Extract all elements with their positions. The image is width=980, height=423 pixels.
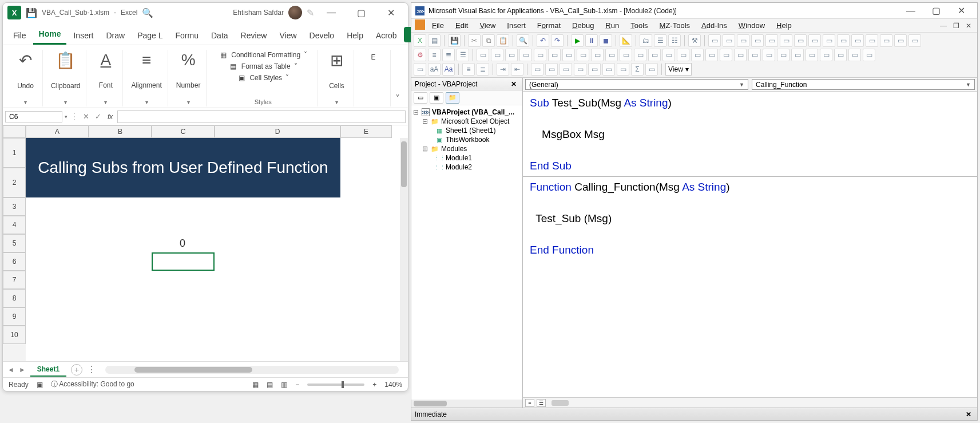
tab-insert[interactable]: Insert bbox=[68, 26, 99, 45]
format-as-table-button[interactable]: ▤Format as Table ˅ bbox=[229, 62, 297, 70]
merged-title-cell[interactable]: Calling Subs from User Defined Function bbox=[26, 138, 340, 197]
tb-mz-icon[interactable]: ▭ bbox=[863, 49, 875, 61]
project-explorer-close-button[interactable]: ✕ bbox=[509, 80, 519, 88]
tb-mz-icon[interactable]: ▭ bbox=[534, 49, 546, 61]
view-normal-icon[interactable]: ▦ bbox=[252, 381, 259, 389]
tb-generic-icon[interactable]: ▭ bbox=[751, 34, 764, 47]
add-sheet-button[interactable]: + bbox=[71, 364, 82, 375]
tab-developer[interactable]: Develo bbox=[304, 26, 340, 45]
tb-mz-icon[interactable]: ▭ bbox=[705, 49, 718, 61]
zoom-level[interactable]: 140% bbox=[384, 381, 402, 389]
save-icon[interactable]: 💾 bbox=[448, 34, 461, 47]
tb-edit-icon[interactable]: ▭ bbox=[531, 63, 543, 76]
tb-mz-icon[interactable]: ▭ bbox=[834, 49, 847, 61]
menu-debug[interactable]: Debug bbox=[568, 20, 598, 31]
view-pagelayout-icon[interactable]: ▤ bbox=[267, 381, 273, 389]
tab-acrobat[interactable]: Acrob bbox=[370, 26, 403, 45]
tb-mz-icon[interactable]: ▭ bbox=[806, 49, 818, 61]
tb-mz-icon[interactable]: ▭ bbox=[605, 49, 618, 61]
menu-run[interactable]: Run bbox=[601, 20, 624, 31]
tb-edit-icon[interactable]: ▭ bbox=[545, 63, 558, 76]
tb-mz-icon[interactable]: ▭ bbox=[734, 49, 747, 61]
object-dropdown[interactable]: (General)▼ bbox=[525, 79, 748, 90]
toolbar-view-dropdown[interactable]: View▾ bbox=[665, 63, 692, 76]
vscroll-thumb[interactable] bbox=[401, 141, 407, 187]
immediate-window-titlebar[interactable]: Immediate ✕ bbox=[411, 408, 977, 420]
row-header-8[interactable]: 8 bbox=[3, 289, 26, 307]
tb-generic-icon[interactable]: ▭ bbox=[723, 34, 735, 47]
tab-help[interactable]: Help bbox=[341, 26, 369, 45]
tab-view[interactable]: View bbox=[273, 26, 302, 45]
tb-mz-icon[interactable]: ☰ bbox=[457, 49, 469, 61]
tb-edit-icon[interactable]: aA bbox=[428, 63, 441, 76]
toggle-folders-button[interactable]: 📁 bbox=[446, 92, 459, 104]
tb-edit-icon[interactable]: ▭ bbox=[617, 63, 629, 76]
tb-mz-icon[interactable]: ⚙ bbox=[414, 49, 426, 61]
tb-generic-icon[interactable]: ▭ bbox=[837, 34, 850, 47]
tb-mz-icon[interactable]: ▭ bbox=[591, 49, 604, 61]
name-box[interactable] bbox=[5, 111, 62, 122]
tb-mz-icon[interactable]: ▭ bbox=[491, 49, 503, 61]
tb-generic-icon[interactable]: ▭ bbox=[737, 34, 749, 47]
sheet-nav-prev[interactable]: ◄ bbox=[7, 366, 14, 374]
tb-mz-icon[interactable]: ▭ bbox=[620, 49, 632, 61]
hscroll-thumb[interactable] bbox=[134, 367, 252, 373]
row-header-2[interactable]: 2 bbox=[3, 168, 26, 197]
tb-generic-icon[interactable]: ▭ bbox=[823, 34, 835, 47]
mdi-restore-button[interactable]: ❐ bbox=[951, 22, 961, 30]
tab-page-layout[interactable]: Page L bbox=[132, 26, 168, 45]
menu-mztools[interactable]: MZ-Tools bbox=[655, 20, 695, 31]
macro-recorder-icon[interactable]: ▣ bbox=[37, 381, 43, 389]
row-header-3[interactable]: 3 bbox=[3, 197, 26, 216]
tb-mz-icon[interactable]: ▭ bbox=[577, 49, 589, 61]
tree-thisworkbook[interactable]: ▣ ThisWorkbook bbox=[412, 135, 521, 144]
pen-icon[interactable]: ✎ bbox=[307, 7, 314, 18]
row-header-5[interactable]: 5 bbox=[3, 234, 26, 252]
row-header-10[interactable]: 10 bbox=[3, 326, 26, 344]
tb-generic-icon[interactable]: ▭ bbox=[851, 34, 864, 47]
mdi-minimize-button[interactable]: — bbox=[938, 22, 949, 30]
active-cell-c6[interactable] bbox=[152, 252, 215, 271]
tb-mz-icon[interactable]: ▭ bbox=[562, 49, 575, 61]
tb-mz-icon[interactable]: ≡ bbox=[428, 49, 441, 61]
menu-tools[interactable]: Tools bbox=[626, 20, 652, 31]
list-icon[interactable]: ≣ bbox=[477, 63, 489, 76]
procedure-dropdown[interactable]: Calling_Function▼ bbox=[752, 79, 975, 90]
run-icon[interactable]: ▶ bbox=[571, 34, 584, 47]
view-pagebreak-icon[interactable]: ▥ bbox=[281, 381, 287, 389]
ribbon-collapse-icon[interactable]: ˅ bbox=[393, 91, 402, 106]
tb-generic-icon[interactable]: ▭ bbox=[808, 34, 821, 47]
close-button[interactable]: ✕ bbox=[378, 5, 403, 21]
list-icon[interactable]: ≡ bbox=[462, 63, 475, 76]
tb-mz-icon[interactable]: ▭ bbox=[691, 49, 704, 61]
reset-icon[interactable]: ◼ bbox=[600, 34, 612, 47]
expand-toggle[interactable]: ⊟ bbox=[412, 108, 419, 116]
tb-edit-icon[interactable]: Aa bbox=[442, 63, 455, 76]
col-header-a[interactable]: A bbox=[26, 125, 89, 138]
cell-styles-button[interactable]: ▣Cell Styles ˅ bbox=[237, 74, 289, 82]
tb-edit-icon[interactable]: ▭ bbox=[602, 63, 615, 76]
user-avatar[interactable] bbox=[288, 6, 302, 19]
tb-edit-icon[interactable]: ▭ bbox=[414, 63, 426, 76]
tab-draw[interactable]: Draw bbox=[100, 26, 130, 45]
select-all-corner[interactable] bbox=[3, 125, 26, 138]
tb-generic-icon[interactable]: ▭ bbox=[780, 34, 792, 47]
clipboard-icon[interactable]: 📋 bbox=[55, 51, 76, 70]
expand-toggle[interactable]: ⊟ bbox=[422, 145, 428, 153]
sheet-tab-sheet1[interactable]: Sheet1 bbox=[30, 363, 66, 377]
fx-button[interactable]: fx bbox=[105, 113, 115, 121]
tb-generic-icon[interactable]: ▭ bbox=[765, 34, 778, 47]
paste-icon[interactable]: 📋 bbox=[497, 34, 509, 47]
tree-sheet1[interactable]: ▦ Sheet1 (Sheet1) bbox=[412, 126, 521, 135]
tb-mz-icon[interactable]: ▭ bbox=[763, 49, 775, 61]
zoom-slider[interactable] bbox=[307, 384, 364, 386]
vertical-scrollbar[interactable] bbox=[400, 138, 408, 361]
conditional-formatting-button[interactable]: ▦Conditional Formatting ˅ bbox=[219, 51, 307, 59]
tb-edit-icon[interactable]: ▭ bbox=[574, 63, 586, 76]
tb-generic-icon[interactable]: ▭ bbox=[894, 34, 907, 47]
tb-edit-icon[interactable]: ▭ bbox=[645, 63, 658, 76]
tree-module1[interactable]: ⋮⋮ Module1 bbox=[412, 153, 521, 163]
number-dropdown[interactable]: ▾ bbox=[187, 99, 190, 105]
alignment-dropdown[interactable]: ▾ bbox=[145, 99, 148, 105]
cells-icon[interactable]: ⊞ bbox=[330, 51, 343, 70]
